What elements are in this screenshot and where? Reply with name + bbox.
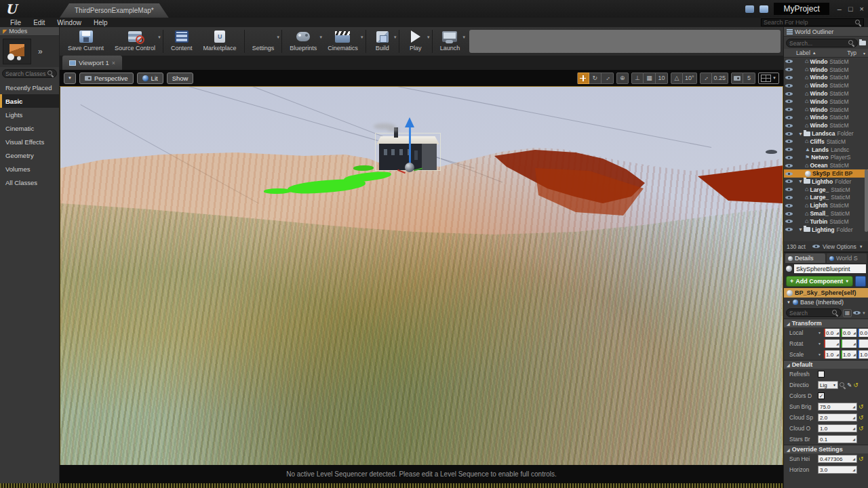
outliner-row[interactable]: ⌂WindoStaticM bbox=[784, 66, 868, 74]
dropdown-field[interactable]: Lig▼ bbox=[818, 381, 838, 389]
outliner-row[interactable]: ⌂WindoStaticM bbox=[784, 58, 868, 66]
spinner-icon[interactable]: ◢ bbox=[853, 342, 856, 346]
outliner-row[interactable]: ⌂OceanStaticM bbox=[784, 161, 868, 169]
number-field[interactable]: 3.0◢ bbox=[818, 466, 857, 474]
spinner-icon[interactable]: ◢ bbox=[836, 342, 839, 346]
vector-field[interactable]: 0.0◢ bbox=[824, 329, 840, 337]
level-tab[interactable]: ThirdPersonExampleMap* bbox=[60, 3, 169, 18]
mode-category-all-classes[interactable]: All Classes bbox=[0, 176, 59, 189]
eye-icon[interactable] bbox=[785, 178, 793, 184]
mode-category-geometry[interactable]: Geometry bbox=[0, 148, 59, 162]
outliner-row[interactable]: ⌂WindoStaticM bbox=[784, 98, 868, 106]
feedback-icon[interactable] bbox=[745, 5, 754, 13]
outliner-row[interactable]: ⌂Large_StaticM bbox=[784, 186, 868, 194]
outliner-row[interactable]: ⌂WindoStaticM bbox=[784, 81, 868, 89]
chevron-down-icon[interactable]: ▼ bbox=[360, 35, 364, 39]
spinner-icon[interactable]: ◢ bbox=[853, 353, 856, 357]
column-type[interactable]: Typ bbox=[847, 49, 856, 56]
eye-icon[interactable] bbox=[785, 171, 793, 177]
component-row[interactable]: BP_Sky_Sphere(self) bbox=[784, 288, 868, 298]
vector-field[interactable]: 0.0◢ bbox=[858, 329, 868, 337]
vector-field[interactable]: ◢ bbox=[824, 340, 840, 348]
outliner-row[interactable]: ⚑NetwoPlayerS bbox=[784, 154, 868, 162]
toolbar-button-launch[interactable]: Launch▼ bbox=[435, 28, 466, 54]
eye-icon[interactable] bbox=[785, 115, 793, 121]
toolbar-button-source-control[interactable]: Source Control▼ bbox=[109, 28, 161, 54]
chevron-down-icon[interactable]: ▼ bbox=[157, 35, 161, 39]
column-label[interactable]: Label bbox=[796, 49, 810, 56]
outliner-row[interactable]: ⌂WindoStaticM bbox=[784, 74, 868, 82]
number-field[interactable]: 0.477306◢ bbox=[818, 455, 857, 463]
eye-icon[interactable] bbox=[785, 146, 793, 152]
outliner-row[interactable]: ▼LighthoFolder bbox=[784, 178, 868, 186]
eye-icon[interactable] bbox=[785, 98, 793, 104]
translate-tool-button[interactable] bbox=[577, 73, 589, 84]
outliner-search-input[interactable] bbox=[789, 40, 848, 47]
tutorial-icon[interactable] bbox=[760, 5, 768, 13]
mode-category-visual-effects[interactable]: Visual Effects bbox=[0, 135, 59, 148]
outliner-row[interactable]: ⌂WindoStaticM bbox=[784, 89, 868, 98]
view-options-button[interactable]: View Options bbox=[823, 243, 856, 250]
outliner-row[interactable]: SkySpEdit BP bbox=[784, 169, 868, 178]
vector-field[interactable]: 1.0◢ bbox=[824, 350, 840, 359]
mode-category-basic[interactable]: Basic bbox=[0, 94, 59, 108]
tab-details[interactable]: Details bbox=[785, 253, 825, 263]
toolbar-button-play[interactable]: Play▼ bbox=[401, 28, 430, 54]
expander-icon[interactable]: ▼ bbox=[798, 227, 802, 232]
menu-edit[interactable]: Edit bbox=[27, 19, 51, 26]
outliner-row[interactable]: ▼LightingFolder bbox=[784, 226, 868, 234]
gizmo-z-axis[interactable] bbox=[409, 126, 411, 167]
eye-icon[interactable] bbox=[785, 155, 793, 161]
modes-panel-tab[interactable]: ◤ Modes bbox=[0, 27, 59, 36]
spinner-icon[interactable]: ◢ bbox=[836, 331, 839, 335]
eye-icon[interactable] bbox=[785, 131, 793, 137]
eye-icon[interactable] bbox=[785, 75, 793, 81]
expander-icon[interactable]: ▼ bbox=[787, 300, 791, 304]
lit-mode-button[interactable]: Lit bbox=[137, 73, 163, 84]
camera-speed-value[interactable]: 5 bbox=[743, 73, 755, 84]
spinner-icon[interactable]: ◢ bbox=[852, 416, 855, 420]
eye-icon[interactable] bbox=[785, 66, 793, 73]
expander-icon[interactable]: ▼ bbox=[798, 179, 802, 184]
outliner-row[interactable]: ⌂TurbinStaticM bbox=[784, 218, 868, 226]
maximize-viewport-button[interactable]: ▼ bbox=[758, 73, 779, 84]
section-header-transform[interactable]: ◢Transform bbox=[784, 319, 868, 327]
edit-blueprint-button[interactable] bbox=[855, 276, 866, 287]
vector-field[interactable]: 1.0◢ bbox=[841, 350, 856, 359]
rotation-snap-button[interactable]: △ bbox=[671, 73, 683, 84]
eye-icon[interactable] bbox=[785, 226, 793, 232]
spinner-icon[interactable]: ◢ bbox=[852, 405, 855, 409]
number-field[interactable]: 1.0◢ bbox=[818, 424, 857, 432]
eye-icon[interactable] bbox=[785, 58, 793, 64]
outliner-row[interactable]: ⌂CliffsStaticM bbox=[784, 138, 868, 146]
world-outliner-tab[interactable]: World Outliner bbox=[784, 27, 868, 37]
spinner-icon[interactable]: ◢ bbox=[852, 468, 855, 472]
toolbar-button-build[interactable]: Build▼ bbox=[368, 28, 397, 54]
help-search-input[interactable] bbox=[764, 19, 855, 26]
outliner-row[interactable]: ⌂Large_StaticM bbox=[784, 194, 868, 202]
section-header-default[interactable]: ◢Default bbox=[784, 360, 868, 369]
place-mode-thumbnail[interactable] bbox=[3, 39, 31, 64]
chevron-down-icon[interactable]: ▼ bbox=[818, 342, 821, 346]
reset-icon[interactable]: ↺ bbox=[859, 415, 864, 421]
rotation-snap-value[interactable]: 10° bbox=[683, 73, 697, 84]
viewport-3d-scene[interactable] bbox=[60, 87, 783, 465]
mode-category-lights[interactable]: Lights bbox=[0, 108, 59, 121]
rotate-tool-button[interactable]: ↻ bbox=[589, 73, 601, 84]
eye-icon[interactable] bbox=[785, 83, 793, 89]
add-component-button[interactable]: + Add Component ▼ bbox=[786, 276, 853, 287]
expander-icon[interactable]: ▼ bbox=[798, 131, 802, 136]
eye-icon[interactable] bbox=[785, 218, 793, 224]
eye-icon[interactable] bbox=[785, 195, 793, 201]
spinner-icon[interactable]: ◢ bbox=[836, 353, 839, 357]
eye-icon[interactable] bbox=[785, 186, 793, 192]
mode-category-recently-placed[interactable]: Recently Placed bbox=[0, 81, 59, 94]
section-header-override-settings[interactable]: ◢Override Settings bbox=[784, 445, 868, 453]
perspective-button[interactable]: Perspective bbox=[79, 73, 134, 84]
eye-icon[interactable] bbox=[853, 310, 861, 316]
vector-field[interactable]: 1.0◢ bbox=[858, 350, 868, 359]
outliner-row[interactable]: ⌂WindoStaticM bbox=[784, 121, 868, 129]
vector-field[interactable]: ◢ bbox=[841, 340, 856, 348]
eye-icon[interactable] bbox=[785, 138, 793, 144]
outliner-row[interactable]: ▲LandsLandsc bbox=[784, 146, 868, 154]
